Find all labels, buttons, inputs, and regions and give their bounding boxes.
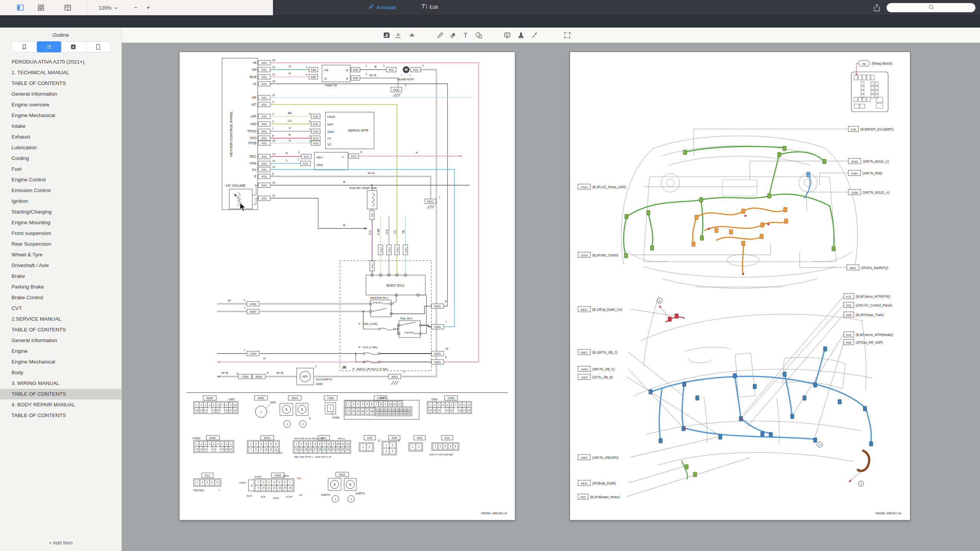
- outline-item[interactable]: 2.SERVICE MANUAL: [0, 314, 121, 324]
- highlight-text-icon[interactable]: A: [381, 30, 392, 40]
- outline-item[interactable]: 3. WIRING MANUAL: [0, 378, 121, 389]
- note-icon[interactable]: [501, 30, 513, 40]
- svg-text:C402: C402: [250, 302, 256, 306]
- outline-item[interactable]: Wheel & Tyre: [0, 249, 121, 260]
- zoom-in-button[interactable]: +: [147, 4, 150, 11]
- eraser-icon[interactable]: [447, 30, 459, 40]
- outline-item[interactable]: General Information: [0, 335, 121, 346]
- selection-icon[interactable]: [562, 30, 573, 40]
- outline-item[interactable]: CVT: [0, 303, 121, 314]
- outline-item[interactable]: Engine: [0, 346, 121, 357]
- reading-view-icon[interactable]: [63, 3, 73, 12]
- svg-text:5: 5: [455, 445, 456, 448]
- outline-list[interactable]: PERODUA ATIVA A270 (2021+)1. TECHNICAL M…: [0, 57, 121, 421]
- underline-text-icon[interactable]: A: [392, 30, 404, 40]
- outline-item[interactable]: Brake Control: [0, 292, 121, 303]
- svg-text:+: +: [409, 73, 411, 77]
- chevron-down-icon[interactable]: [114, 5, 118, 11]
- outline-item[interactable]: PERODUA ATIVA A270 (2021+): [0, 57, 121, 67]
- svg-text:K12: K12: [351, 155, 356, 158]
- svg-text:GND PT VZ FACE DEF: GND PT VZ FACE DEF: [429, 453, 453, 456]
- document-canvas[interactable]: +BK0124VMK0122BLWK0121IGK0123HRK0111A/CK…: [122, 43, 980, 551]
- svg-text:K10: K10: [313, 137, 318, 140]
- svg-text:36: 36: [408, 412, 410, 414]
- svg-text:29: 29: [381, 412, 383, 414]
- outline-item[interactable]: Engine Mounting: [0, 217, 121, 228]
- outline-item[interactable]: General Information: [0, 89, 121, 99]
- svg-text:1: 1: [363, 446, 364, 448]
- search-input[interactable]: [887, 3, 975, 12]
- zoom-level[interactable]: 120%: [99, 5, 111, 11]
- svg-text:1: 1: [366, 64, 367, 67]
- svg-text:+: +: [219, 489, 220, 492]
- svg-text:C530: C530: [242, 375, 248, 378]
- outline-item[interactable]: Ignition: [0, 196, 121, 207]
- outline-item[interactable]: Engine Mechanical: [0, 357, 121, 367]
- sidebar-segment-bookmark-icon[interactable]: [12, 42, 37, 52]
- outline-item[interactable]: Engine overview: [0, 99, 121, 110]
- sidebar-segment-page-icon[interactable]: [86, 42, 111, 52]
- svg-text:V: V: [289, 126, 291, 130]
- signature-pen-icon[interactable]: [529, 30, 540, 40]
- outline-item[interactable]: TABLE OF CONTENTS: [0, 78, 121, 89]
- outline-item[interactable]: 1. TECHNICAL MANUAL: [0, 67, 121, 78]
- svg-text:14: 14: [352, 410, 355, 412]
- svg-text:(43P,To_R/M): (43P,To_R/M): [862, 171, 882, 175]
- outline-item[interactable]: TABLE OF CONTENTS: [0, 324, 121, 335]
- outline-item[interactable]: TABLE OF CONTENTS: [0, 389, 121, 399]
- svg-text:3: 3: [445, 445, 446, 448]
- outline-item[interactable]: Rear Suspension: [0, 239, 121, 249]
- outline-item[interactable]: Exhaust: [0, 132, 121, 142]
- svg-text:K01: K01: [846, 304, 851, 307]
- svg-text:B: B: [343, 223, 345, 227]
- text-tool-icon[interactable]: T: [460, 30, 471, 40]
- svg-text:4: 4: [273, 481, 275, 484]
- zoom-out-button[interactable]: −: [134, 4, 137, 11]
- svg-text:K01: K01: [262, 75, 267, 79]
- annotate-button[interactable]: Annotate: [368, 4, 396, 11]
- outline-item[interactable]: Body: [0, 367, 121, 378]
- svg-text:18: 18: [272, 139, 275, 142]
- svg-text:W−B: W−B: [221, 371, 228, 375]
- svg-text:K12: K12: [304, 155, 309, 158]
- outline-item[interactable]: Fuel: [0, 164, 121, 174]
- svg-text:12 B: 12 B: [385, 229, 388, 234]
- svg-text:K02: K02: [581, 496, 586, 499]
- svg-text:(B,3P,A/C_Press_SSR): (B,3P,A/C_Press_SSR): [592, 185, 626, 189]
- outline-item[interactable]: Intake: [0, 121, 121, 132]
- outline-item[interactable]: Front suspension: [0, 228, 121, 239]
- outline-item[interactable]: Lubrication: [0, 142, 121, 153]
- svg-text:K01: K01: [262, 184, 267, 187]
- outline-item[interactable]: Driveshaft / Axle: [0, 260, 121, 271]
- outline-item[interactable]: Engine Control: [0, 174, 121, 185]
- pen-annotate-icon: [368, 4, 374, 11]
- pencil-icon[interactable]: [434, 30, 446, 40]
- sidebar-segment-outline-list-icon[interactable]: [37, 41, 62, 52]
- svg-text:ACE: ACE: [261, 496, 265, 498]
- edit-button[interactable]: Edit: [421, 4, 438, 10]
- outline-item[interactable]: Cooling: [0, 153, 121, 164]
- thumbnails-grid-icon[interactable]: [36, 3, 46, 12]
- outline-item[interactable]: Engine Mechanical: [0, 110, 121, 121]
- stamp-icon[interactable]: [515, 30, 527, 40]
- outline-item[interactable]: 4. BODY REPAIR MANUAL: [0, 399, 121, 410]
- svg-text:HEATER RLY: HEATER RLY: [370, 296, 389, 300]
- svg-text:+B: +B: [252, 61, 256, 65]
- add-item-button[interactable]: + Add Item: [0, 540, 121, 546]
- outline-item[interactable]: Starting/Charging: [0, 207, 121, 217]
- svg-text:ACSW: ACSW: [255, 476, 261, 478]
- svg-text:−: −: [401, 73, 403, 77]
- svg-text:(18P,To_82111_A): (18P,To_82111_A): [862, 160, 889, 163]
- outline-item[interactable]: Emission Control: [0, 185, 121, 196]
- sidebar-toggle-icon[interactable]: [15, 3, 25, 12]
- share-icon[interactable]: [872, 3, 881, 12]
- shapes-icon[interactable]: [473, 30, 485, 40]
- outline-item[interactable]: Parking Brake: [0, 282, 121, 292]
- svg-text:7: 7: [222, 404, 223, 406]
- svg-text:A611: A611: [392, 375, 398, 378]
- sidebar-segment-annotations-icon[interactable]: A: [61, 42, 86, 52]
- svg-text:GND: GND: [327, 130, 334, 134]
- outline-item[interactable]: TABLE OF CONTENTS: [0, 410, 121, 421]
- strikethrough-text-icon[interactable]: A: [406, 30, 418, 40]
- outline-item[interactable]: Brake: [0, 271, 121, 282]
